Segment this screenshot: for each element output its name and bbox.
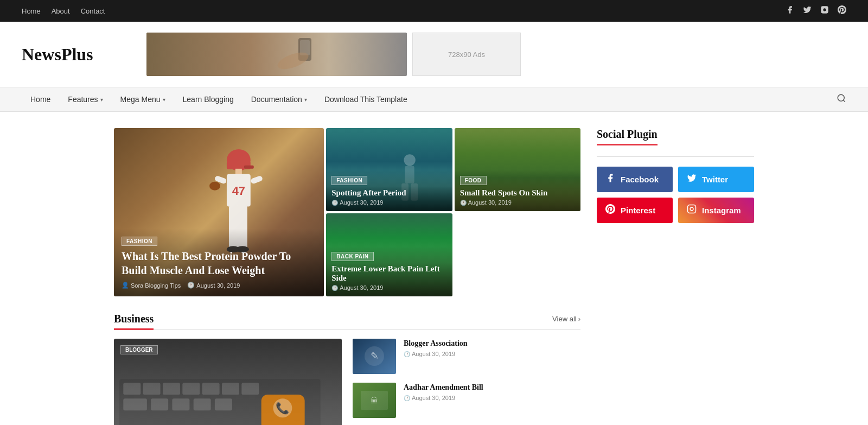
pinterest-button[interactable]: Pinterest — [597, 198, 673, 223]
svg-rect-2 — [146, 33, 407, 76]
featured-sub3-article[interactable]: BACK PAIN Extreme Lower Back Pain Left S… — [326, 213, 452, 296]
nav-megamenu[interactable]: Mega Menu ▾ — [112, 87, 174, 111]
svg-rect-10 — [244, 166, 253, 169]
featured-main-author: 👤 Sora Blogging Tips — [122, 282, 181, 289]
business-item-2-content: Aadhar Amendment Bill 🕐 August 30, 2019 — [404, 383, 580, 401]
svg-rect-30 — [202, 383, 220, 395]
featured-sub2-title: Small Red Spots On Skin — [460, 188, 575, 198]
main-content: 47 FASHION — [92, 128, 776, 425]
business-item-2-title: Aadhar Amendment Bill — [404, 383, 580, 392]
featured-sub3-category: BACK PAIN — [331, 252, 373, 261]
nav-links: Home Features ▾ Mega Menu ▾ Learn Bloggi… — [22, 87, 416, 111]
topbar-home[interactable]: Home — [22, 7, 41, 15]
featured-sub1-article[interactable]: FASHION Spotting After Period 🕐 August 3… — [326, 128, 452, 211]
sidebar: Social Plugin Facebook Twitter Pinterest — [597, 128, 754, 425]
facebook-btn-icon — [605, 173, 615, 186]
topbar-about[interactable]: About — [52, 7, 70, 15]
business-item-1-meta: 🕐 August 30, 2019 — [404, 351, 580, 357]
featured-sub2-category: FOOD — [460, 176, 487, 185]
featured-sub2-date: 🕐 August 30, 2019 — [460, 199, 575, 206]
megamenu-dropdown-arrow: ▾ — [163, 97, 165, 103]
topbar: Home About Contact — [0, 0, 868, 22]
documentation-dropdown-arrow: ▾ — [304, 97, 307, 103]
instagram-btn-label: Instagram — [702, 206, 741, 215]
main-navigation: Home Features ▾ Mega Menu ▾ Learn Bloggi… — [0, 87, 868, 112]
business-view-all[interactable]: View all › — [552, 315, 580, 323]
svg-point-21 — [404, 154, 415, 166]
svg-rect-33 — [123, 398, 147, 410]
featured-sub1-title: Spotting After Period — [331, 188, 446, 198]
header-banner-image — [146, 33, 407, 76]
clock-icon-b1: 🕐 — [404, 351, 410, 357]
clock-icon: 🕐 — [187, 282, 195, 289]
svg-rect-35 — [172, 398, 189, 410]
business-section-title: Business — [114, 313, 154, 330]
search-icon[interactable] — [837, 93, 846, 105]
featured-main-category: FASHION — [122, 237, 157, 246]
header: NewsPlus — [0, 22, 868, 87]
social-plugin-header: Social Plugin — [597, 128, 754, 157]
svg-rect-26 — [123, 383, 141, 395]
nav-download-template[interactable]: Download This Template — [316, 87, 416, 111]
twitter-btn-label: Twitter — [702, 175, 728, 184]
facebook-icon[interactable] — [786, 5, 794, 16]
facebook-btn-label: Facebook — [621, 175, 659, 184]
svg-rect-27 — [143, 383, 161, 395]
svg-rect-32 — [241, 383, 259, 395]
business-item-1-title: Blogger Association — [404, 339, 580, 348]
site-logo[interactable]: NewsPlus — [22, 45, 130, 65]
pinterest-btn-label: Pinterest — [621, 206, 655, 215]
nav-home[interactable]: Home — [22, 87, 59, 111]
twitter-icon[interactable] — [803, 5, 812, 16]
svg-rect-11 — [235, 169, 242, 174]
svg-rect-36 — [194, 398, 211, 410]
banner-inner — [146, 33, 407, 76]
business-item-1-thumb: ✎ — [353, 339, 396, 374]
instagram-button[interactable]: Instagram — [678, 198, 754, 223]
header-ad-banner[interactable]: 728x90 Ads — [412, 33, 521, 76]
svg-rect-47 — [688, 205, 696, 213]
features-dropdown-arrow: ▾ — [100, 97, 103, 103]
business-item-1[interactable]: ✎ Blogger Association 🕐 August 30, 2019 — [353, 339, 580, 374]
featured-main-article[interactable]: 47 FASHION — [114, 128, 324, 296]
social-grid: Facebook Twitter Pinterest — [597, 167, 754, 223]
featured-sub3-overlay: BACK PAIN Extreme Lower Back Pain Left S… — [326, 246, 452, 296]
business-list: ✎ Blogger Association 🕐 August 30, 2019 — [353, 339, 580, 425]
nav-documentation[interactable]: Documentation ▾ — [242, 87, 316, 111]
blogger-badge: BLOGGER — [120, 345, 158, 354]
user-icon: 👤 — [122, 282, 129, 289]
nav-learn-blogging[interactable]: Learn Blogging — [174, 87, 242, 111]
business-section-header: Business View all › — [114, 313, 580, 330]
nav-features[interactable]: Features ▾ — [59, 87, 111, 111]
featured-main-overlay: FASHION What Is The Best Protein Powder … — [114, 229, 324, 296]
svg-rect-31 — [222, 383, 239, 395]
twitter-button[interactable]: Twitter — [678, 167, 754, 192]
business-item-2-meta: 🕐 August 30, 2019 — [404, 395, 580, 401]
featured-grid: 47 FASHION — [114, 128, 580, 296]
instagram-icon[interactable] — [820, 5, 829, 16]
clock-icon-b2: 🕐 — [404, 395, 410, 401]
business-item-2[interactable]: 🏛 Aadhar Amendment Bill 🕐 August 30, 201… — [353, 383, 580, 418]
svg-rect-34 — [151, 398, 168, 410]
svg-rect-29 — [182, 383, 200, 395]
svg-line-7 — [843, 100, 845, 102]
chevron-right-icon: › — [578, 315, 580, 323]
social-plugin-title: Social Plugin — [597, 128, 658, 145]
pinterest-icon[interactable] — [838, 5, 846, 16]
featured-sub2-article[interactable]: FOOD Small Red Spots On Skin 🕐 August 30… — [455, 128, 580, 211]
business-thumb-image[interactable]: BLOGGER — [114, 339, 342, 425]
svg-point-16 — [209, 182, 220, 191]
business-item-2-thumb: 🏛 — [353, 383, 396, 418]
header-banner: 728x90 Ads — [146, 33, 846, 76]
featured-sub2-overlay: FOOD Small Red Spots On Skin 🕐 August 30… — [455, 170, 580, 211]
instagram-btn-icon — [687, 204, 697, 217]
featured-sub1-overlay: FASHION Spotting After Period 🕐 August 3… — [326, 170, 452, 211]
facebook-button[interactable]: Facebook — [597, 167, 673, 192]
svg-rect-37 — [215, 398, 232, 410]
business-section: Business View all › BLOGGER — [114, 313, 580, 425]
topbar-contact[interactable]: Contact — [81, 7, 105, 15]
svg-rect-28 — [163, 383, 180, 395]
featured-sub1-category: FASHION — [331, 176, 367, 185]
svg-text:📞: 📞 — [276, 402, 290, 415]
main-column: 47 FASHION — [114, 128, 580, 425]
